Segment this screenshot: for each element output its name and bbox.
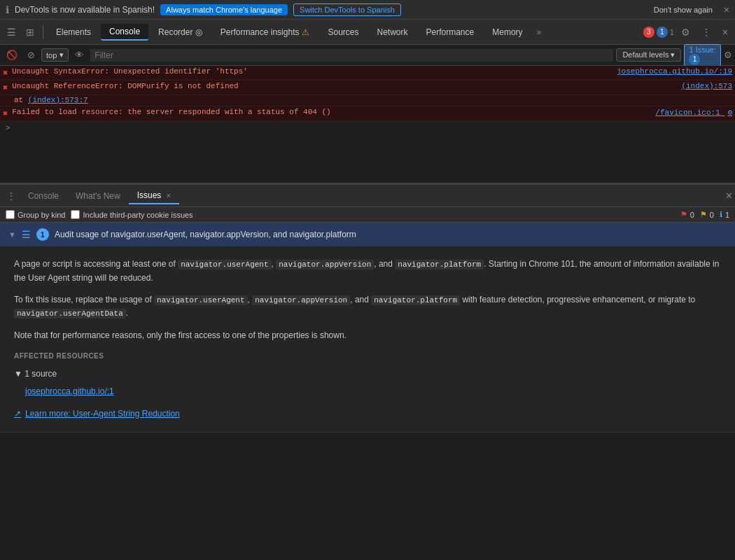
info-count-icon: ℹ (720, 210, 722, 219)
error-icon: ✖ (3, 108, 8, 119)
filter-toggle-button[interactable]: ⊘ (24, 48, 38, 62)
error-link-2[interactable]: (index):573 (681, 82, 732, 90)
issues-count-red: ⚑ 0 (680, 210, 694, 219)
error-badge: 3 (643, 27, 654, 38)
tab-performance-insights[interactable]: Performance insights ⚠ (212, 24, 318, 40)
error-link-3[interactable]: /favicon.ico:1 ⚙ (655, 108, 732, 117)
console-error-row: ✖ Uncaught SyntaxError: Unexpected ident… (0, 66, 735, 80)
error-link-1[interactable]: josephrocca.github.io/:19 (617, 67, 732, 76)
eye-icon[interactable]: 👁 (71, 48, 88, 62)
code-navigator-useragent-1: navigator.userAgent (178, 260, 271, 270)
bottom-panel-menu-icon[interactable]: ⋮ (3, 188, 20, 204)
notification-bar: ℹ DevTools is now available in Spanish! … (0, 0, 735, 20)
warning-badge: 1 (657, 27, 668, 38)
issue-description-3: Note that for performance reasons, only … (14, 329, 721, 342)
learn-more-label: Learn more: User-Agent String Reduction (25, 407, 180, 421)
tab-sources[interactable]: Sources (319, 24, 367, 40)
error-text-2: Uncaught ReferenceError: DOMPurify is no… (12, 82, 681, 90)
error-sub-link[interactable]: (index):573:7 (28, 96, 88, 104)
filter-input[interactable] (90, 49, 613, 62)
warning-count-value: 0 (710, 211, 714, 219)
issues-tab-close-button[interactable]: × (167, 191, 171, 200)
context-label: top (46, 51, 57, 59)
level-selector[interactable]: Default levels ▾ (616, 48, 681, 62)
third-party-checkbox[interactable] (71, 210, 80, 219)
tab-elements[interactable]: Elements (48, 24, 99, 40)
devtools-more-icon[interactable]: ⋮ (697, 24, 715, 41)
issue-type-icon: ☰ (22, 229, 31, 240)
source-toggle[interactable]: ▼ 1 source (14, 368, 721, 381)
third-party-checkbox-label[interactable]: Include third-party cookie issues (71, 210, 192, 219)
more-tabs-button[interactable]: » (533, 24, 546, 40)
console-output[interactable]: ✖ Uncaught SyntaxError: Unexpected ident… (0, 66, 735, 183)
tab-whats-new[interactable]: What's New (67, 188, 129, 204)
chevron-down-icon: ▾ (59, 50, 64, 59)
console-prompt[interactable]: > (0, 121, 735, 135)
error-count-icon: ⚑ (680, 210, 687, 219)
error-text-1: Uncaught SyntaxError: Unexpected identif… (12, 67, 617, 76)
switch-language-button[interactable]: Switch DevTools to Spanish (293, 4, 401, 16)
code-navigator-platform-1: navigator.platform (395, 260, 484, 270)
console-error-row: ✖ Uncaught ReferenceError: DOMPurify is … (0, 80, 735, 95)
device-toggle-icon[interactable]: ⊞ (22, 24, 38, 41)
issues-count-blue: ℹ 1 (720, 210, 729, 219)
toolbar-right: 3 1 1 ⚙ ⋮ × (643, 24, 732, 41)
issues-count-yellow: ⚑ 0 (700, 210, 714, 219)
code-navigator-useragentdata: navigator.userAgentData (14, 309, 126, 318)
tab-console-bottom[interactable]: Console (20, 188, 67, 204)
issues-toolbar: Group by kind Include third-party cookie… (0, 207, 735, 223)
issue-label: 1 Issue: (689, 46, 716, 54)
toolbar-separator (43, 25, 43, 39)
tab-performance[interactable]: Performance (418, 24, 483, 40)
tab-memory[interactable]: Memory (484, 24, 531, 40)
console-toolbar: 🚫 ⊘ top ▾ 👁 Default levels ▾ 1 Issue: 1 … (0, 45, 735, 66)
source-toggle-label: ▼ 1 source (14, 368, 57, 381)
settings-small-icon[interactable]: ⚙ (727, 108, 732, 117)
notification-text: DevTools is now available in Spanish! (15, 5, 155, 15)
collapse-arrow-icon: ▼ (8, 230, 16, 239)
learn-more-link[interactable]: ↗ Learn more: User-Agent String Reductio… (14, 407, 721, 421)
warning-count-icon: ⚑ (700, 210, 707, 219)
bottom-tabs-bar: ⋮ Console What's New Issues × × (0, 185, 735, 207)
external-link-icon: ↗ (14, 407, 21, 421)
affected-resources: AFFECTED RESOURCES ▼ 1 source josephrocc… (14, 351, 721, 421)
devtools-menu-icon[interactable]: ☰ (3, 24, 20, 41)
clear-console-button[interactable]: 🚫 (3, 48, 21, 62)
bottom-panel: ⋮ Console What's New Issues × × Group by… (0, 185, 735, 560)
devtools-close-icon[interactable]: × (718, 24, 732, 41)
match-language-button[interactable]: Always match Chrome's language (160, 4, 288, 15)
group-by-kind-checkbox-label[interactable]: Group by kind (6, 210, 65, 219)
context-selector[interactable]: top ▾ (41, 48, 69, 62)
dont-show-label[interactable]: Don't show again (654, 6, 713, 14)
tab-issues[interactable]: Issues × (129, 188, 179, 204)
notification-close-button[interactable]: × (724, 4, 729, 15)
code-navigator-useragent-2: navigator.userAgent (154, 295, 247, 305)
group-by-kind-checkbox[interactable] (6, 210, 15, 219)
error-icon: ✖ (3, 83, 8, 93)
prompt-symbol: > (6, 124, 10, 132)
error-text-3: Failed to load resource: the server resp… (12, 108, 655, 116)
issue-description-2: To fix this issue, replace the usage of … (14, 293, 721, 321)
code-navigator-platform-2: navigator.platform (371, 295, 460, 305)
source-link[interactable]: josephrocca.github.io/:1 (25, 385, 721, 398)
console-error-sub-row: at (index):573:7 (0, 95, 735, 106)
console-settings-icon[interactable]: ⚙ (724, 50, 732, 60)
issue-count-badge: 1 (689, 54, 700, 65)
tab-network[interactable]: Network (369, 24, 416, 40)
code-navigator-appversion-2: navigator.appVersion (252, 295, 350, 305)
issue-body: A page or script is accessing at least o… (0, 246, 735, 432)
main-toolbar: ☰ ⊞ Elements Console Recorder ◎ Performa… (0, 20, 735, 45)
tab-console[interactable]: Console (101, 24, 148, 41)
issue-title: Audit usage of navigator.userAgent, navi… (55, 230, 356, 239)
error-sub-text: at (index):573:7 (14, 96, 88, 104)
badge-separator: 1 (670, 28, 674, 36)
issue-description-1: A page or script is accessing at least o… (14, 258, 721, 285)
issue-header[interactable]: ▼ ☰ 1 Audit usage of navigator.userAgent… (0, 223, 735, 246)
bottom-panel-close-button[interactable]: × (726, 190, 732, 202)
tab-recorder[interactable]: Recorder ◎ (150, 24, 211, 40)
info-count-value: 1 (725, 211, 729, 219)
devtools-settings-icon[interactable]: ⚙ (677, 24, 694, 41)
code-navigator-appversion-1: navigator.appVersion (276, 260, 374, 270)
issue-badge[interactable]: 1 Issue: 1 (684, 44, 721, 66)
console-error-row: ✖ Failed to load resource: the server re… (0, 106, 735, 121)
